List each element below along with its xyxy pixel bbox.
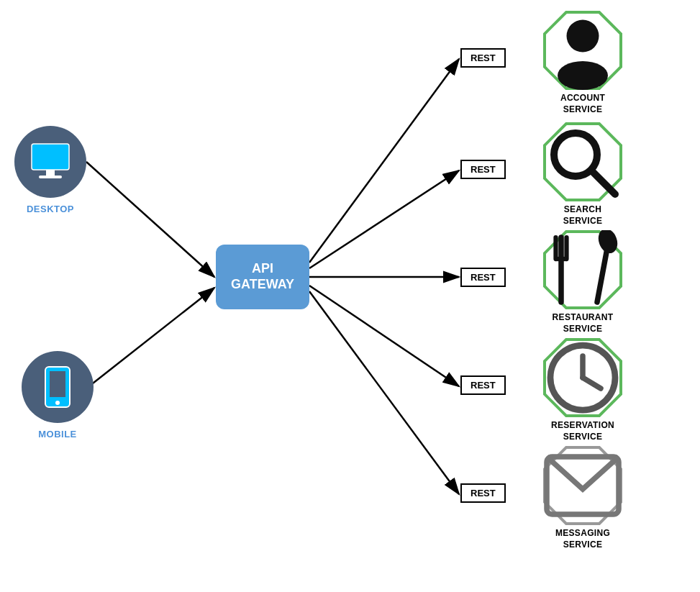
svg-line-30 — [583, 378, 601, 388]
svg-line-3 — [309, 59, 459, 263]
mobile-node: MOBILE — [22, 351, 94, 440]
rest-box-2: REST — [460, 160, 506, 179]
rest-box-5: REST — [460, 483, 506, 503]
svg-point-26 — [595, 230, 620, 256]
svg-rect-10 — [39, 176, 62, 178]
messaging-service-octagon — [543, 446, 622, 525]
monitor-icon — [29, 142, 72, 182]
svg-line-1 — [86, 162, 214, 277]
account-service-node: ACCOUNT SERVICE — [543, 11, 622, 115]
rest-box-3: REST — [460, 268, 506, 287]
mobile-circle — [22, 351, 94, 423]
svg-line-4 — [309, 170, 459, 268]
reservation-service-octagon — [543, 338, 622, 417]
utensils-icon — [543, 230, 622, 309]
svg-line-19 — [592, 171, 616, 195]
search-service-node: SEARCH SERVICE — [543, 122, 622, 227]
desktop-circle — [14, 126, 86, 198]
restaurant-service-label: RESTAURANT SERVICE — [553, 312, 614, 334]
svg-line-25 — [597, 245, 608, 302]
desktop-node: DESKTOP — [14, 126, 86, 214]
svg-point-15 — [567, 20, 599, 53]
clock-icon — [543, 338, 622, 417]
reservation-service-label: RESERVATION SERVICE — [551, 420, 614, 442]
diagram-container: DESKTOP MOBILE API GATEWAY REST REST RES… — [0, 0, 700, 592]
svg-rect-8 — [32, 144, 69, 170]
envelope-icon — [543, 446, 622, 525]
svg-line-2 — [86, 288, 214, 388]
messaging-service-node: MESSAGING SERVICE — [543, 446, 622, 550]
messaging-service-label: MESSAGING SERVICE — [555, 528, 610, 550]
api-gateway-box: API GATEWAY — [216, 245, 309, 309]
svg-line-6 — [309, 286, 459, 386]
phone-icon — [44, 365, 71, 409]
svg-rect-12 — [50, 371, 65, 397]
mobile-label: MOBILE — [38, 429, 77, 440]
user-icon — [543, 11, 622, 90]
search-icon — [543, 122, 622, 201]
desktop-label: DESKTOP — [27, 204, 74, 214]
restaurant-service-octagon — [543, 230, 622, 309]
svg-rect-9 — [46, 170, 55, 176]
account-service-label: ACCOUNT SERVICE — [560, 93, 605, 115]
search-service-label: SEARCH SERVICE — [563, 204, 603, 227]
svg-point-13 — [55, 401, 60, 405]
reservation-service-node: RESERVATION SERVICE — [543, 338, 622, 442]
account-service-octagon — [543, 11, 622, 90]
svg-line-7 — [309, 291, 459, 494]
rest-box-1: REST — [460, 48, 506, 68]
rest-box-4: REST — [460, 375, 506, 395]
restaurant-service-node: RESTAURANT SERVICE — [543, 230, 622, 334]
svg-point-16 — [558, 61, 608, 90]
gateway-label: API GATEWAY — [231, 261, 294, 292]
search-service-octagon — [543, 122, 622, 201]
